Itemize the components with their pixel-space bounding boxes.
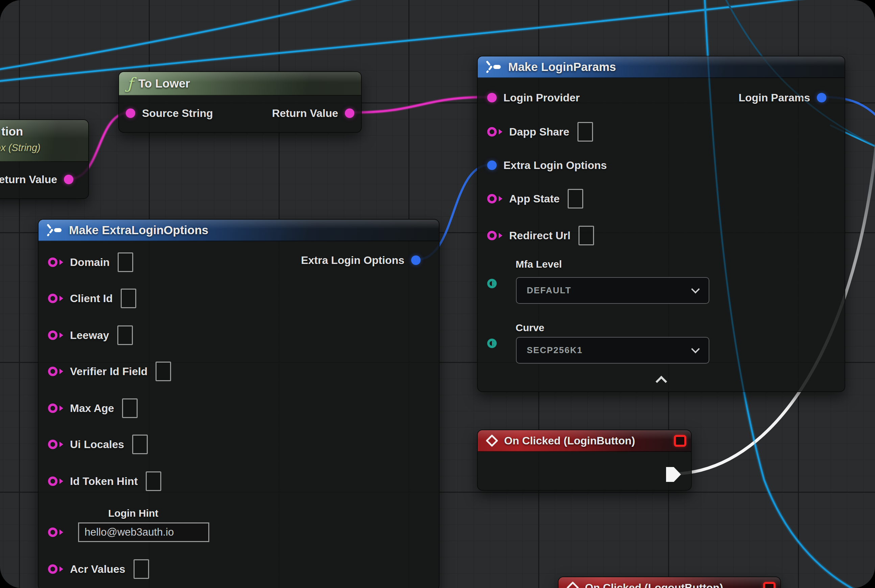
string-pin[interactable] xyxy=(487,127,497,136)
app-state-value-box[interactable] xyxy=(568,189,583,208)
delegate-pin-icon[interactable] xyxy=(763,582,776,588)
string-pin[interactable] xyxy=(487,231,497,240)
pin-label: Extra Login Options xyxy=(301,254,404,267)
node-make-loginparams[interactable]: Make LoginParams Login Provider Dapp Sha… xyxy=(477,56,845,392)
dapp-share-value-box[interactable] xyxy=(577,122,593,142)
pin-nub-icon xyxy=(499,129,502,135)
node-title-fragment: tion xyxy=(2,125,23,138)
mfa-level-value: DEFAULT xyxy=(527,285,571,296)
node-onclicked-loginbutton[interactable]: On Clicked (LoginButton) xyxy=(477,429,692,490)
client-id-value-box[interactable] xyxy=(121,289,136,308)
mfa-level-pin-wrap xyxy=(487,279,496,288)
string-pin[interactable] xyxy=(48,404,57,413)
make-struct-icon xyxy=(47,224,63,236)
node-onclicked-logoutbutton-header[interactable]: On Clicked (LogoutButton) xyxy=(559,577,780,588)
node-make-extraloginoptions-header[interactable]: Make ExtraLoginOptions xyxy=(39,220,439,241)
chevron-down-icon xyxy=(691,345,699,353)
string-pin[interactable] xyxy=(48,528,57,537)
string-pin-connected[interactable] xyxy=(64,175,74,184)
pin-label: Login Params xyxy=(738,92,810,104)
pin-row-extra-login-options-out: Extra Login Options xyxy=(301,250,421,270)
pin-label: Login Provider xyxy=(504,92,580,104)
pin-row-app-state: App State xyxy=(487,189,583,209)
blueprint-graph-canvas[interactable]: tion ox (String) eturn Value ƒ To Lower … xyxy=(0,0,875,588)
exec-output-pin[interactable] xyxy=(666,467,681,482)
pin-label: Leeway xyxy=(70,329,109,342)
pin-label: Max Age xyxy=(70,402,114,415)
pin-nub-icon xyxy=(60,405,63,411)
mfa-level-dropdown[interactable]: DEFAULT xyxy=(516,277,709,304)
pin-nub-icon xyxy=(492,340,496,346)
pin-nub-icon xyxy=(60,530,63,535)
node-to-lower[interactable]: ƒ To Lower Source String Return Value xyxy=(118,71,362,133)
node-partial-function-header[interactable]: tion ox (String) xyxy=(0,120,88,162)
pin-row-acr-values: Acr Values xyxy=(48,559,149,579)
curve-pin-wrap xyxy=(487,339,496,348)
pin-row-login-provider: Login Provider xyxy=(487,87,580,108)
string-pin[interactable] xyxy=(487,194,497,203)
pin-label: Verifier Id Field xyxy=(70,365,147,378)
pin-row-ui-locales: Ui Locales xyxy=(48,434,148,454)
pin-nub-icon xyxy=(60,369,63,374)
id-token-hint-value-box[interactable] xyxy=(146,471,161,491)
pin-label: Return Value xyxy=(272,107,338,120)
node-onclicked-loginbutton-header[interactable]: On Clicked (LoginButton) xyxy=(478,430,691,452)
pin-row-verifier-id-field: Verifier Id Field xyxy=(48,361,171,381)
string-pin[interactable] xyxy=(48,294,57,303)
struct-pin-connected[interactable] xyxy=(411,255,421,265)
pin-row-login-params-out: Login Params xyxy=(738,87,826,108)
pin-label: Source String xyxy=(142,107,213,120)
string-pin-connected[interactable] xyxy=(126,108,135,118)
struct-pin-connected[interactable] xyxy=(817,93,826,102)
pin-row-return-value: Return Value xyxy=(272,103,354,123)
ui-locales-value-box[interactable] xyxy=(132,435,148,454)
struct-pin-connected[interactable] xyxy=(487,160,497,170)
pin-nub-icon xyxy=(492,281,496,286)
mfa-level-label: Mfa Level xyxy=(516,258,562,270)
event-diamond-icon xyxy=(567,582,579,588)
string-pin[interactable] xyxy=(48,367,57,376)
login-hint-input[interactable]: hello@web3auth.io xyxy=(78,522,209,542)
pin-label: Ui Locales xyxy=(70,438,124,451)
pin-label: Acr Values xyxy=(70,563,125,576)
node-make-loginparams-header[interactable]: Make LoginParams xyxy=(478,56,845,78)
verifier-id-field-value-box[interactable] xyxy=(155,362,171,381)
node-title: On Clicked (LoginButton) xyxy=(504,435,635,447)
leeway-value-box[interactable] xyxy=(117,326,133,345)
collapse-node-chevron-icon[interactable] xyxy=(655,376,667,387)
max-age-value-box[interactable] xyxy=(122,398,138,418)
pin-nub-icon xyxy=(499,233,502,238)
node-to-lower-header[interactable]: ƒ To Lower xyxy=(119,72,361,96)
pin-row-return-value: eturn Value xyxy=(0,169,74,190)
node-onclicked-logoutbutton[interactable]: On Clicked (LogoutButton) xyxy=(558,576,781,588)
pin-row-id-token-hint: Id Token Hint xyxy=(48,471,161,491)
curve-value: SECP256K1 xyxy=(527,345,583,356)
pin-row-source-string: Source String xyxy=(126,103,213,123)
pin-label: Redirect Url xyxy=(509,230,570,242)
function-f-icon: ƒ xyxy=(127,76,133,91)
delegate-pin-icon[interactable] xyxy=(674,435,686,447)
pin-row-login-hint: hello@web3auth.io xyxy=(48,522,209,542)
domain-value-box[interactable] xyxy=(118,252,133,272)
login-hint-label: Login Hint xyxy=(108,508,158,519)
node-partial-function[interactable]: tion ox (String) eturn Value xyxy=(0,119,89,199)
make-struct-icon xyxy=(486,61,503,73)
node-make-extraloginoptions[interactable]: Make ExtraLoginOptions Domain Client Id … xyxy=(38,219,439,588)
string-pin[interactable] xyxy=(48,330,57,340)
acr-values-value-box[interactable] xyxy=(134,559,149,579)
pin-nub-icon xyxy=(60,260,63,265)
string-pin[interactable] xyxy=(48,477,57,486)
event-diamond-icon xyxy=(486,435,498,447)
string-pin[interactable] xyxy=(48,564,57,574)
pin-nub-icon xyxy=(499,196,502,201)
string-pin[interactable] xyxy=(48,440,57,449)
pin-label: Id Token Hint xyxy=(70,475,138,488)
redirect-url-value-box[interactable] xyxy=(579,226,594,245)
string-pin-connected[interactable] xyxy=(345,108,354,118)
curve-dropdown[interactable]: SECP256K1 xyxy=(516,337,709,364)
pin-row-leeway: Leeway xyxy=(48,325,133,345)
string-pin[interactable] xyxy=(48,258,57,267)
pin-nub-icon xyxy=(60,442,63,447)
curve-label: Curve xyxy=(516,322,544,333)
string-pin-connected[interactable] xyxy=(487,93,497,102)
